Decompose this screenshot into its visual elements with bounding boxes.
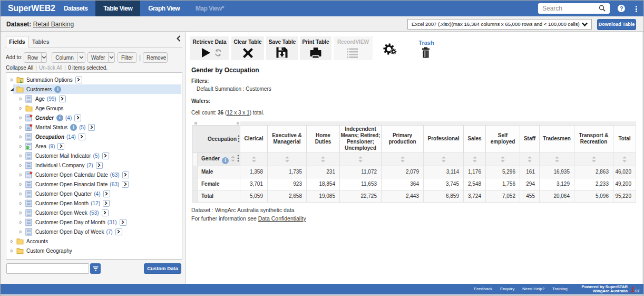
- svg-text:Σ: Σ: [19, 79, 23, 84]
